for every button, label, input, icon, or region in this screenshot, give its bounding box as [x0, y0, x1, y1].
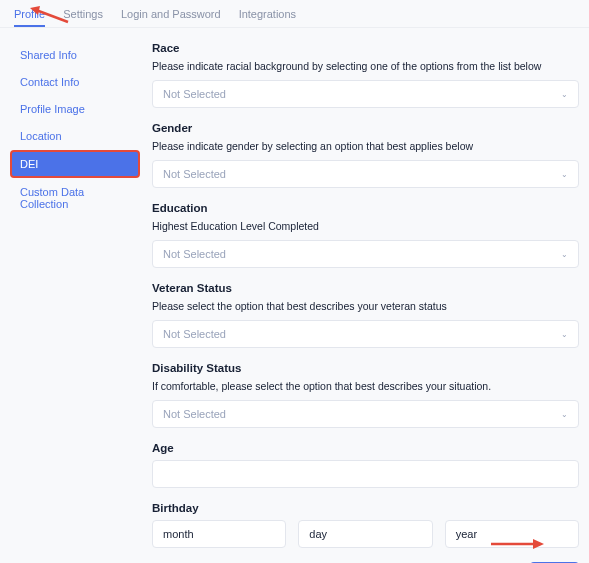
- sidebar-item-contact-info[interactable]: Contact Info: [10, 69, 140, 95]
- sidebar-item-dei[interactable]: DEI: [10, 150, 140, 178]
- education-select[interactable]: Not Selected ⌄: [152, 240, 579, 268]
- veteran-desc: Please select the option that best descr…: [152, 300, 579, 312]
- education-placeholder: Not Selected: [163, 248, 226, 260]
- disability-placeholder: Not Selected: [163, 408, 226, 420]
- gender-title: Gender: [152, 122, 579, 134]
- sidebar-item-profile-image[interactable]: Profile Image: [10, 96, 140, 122]
- veteran-title: Veteran Status: [152, 282, 579, 294]
- birthday-day-input[interactable]: day: [298, 520, 432, 548]
- tab-profile[interactable]: Profile: [14, 8, 45, 27]
- disability-title: Disability Status: [152, 362, 579, 374]
- education-desc: Highest Education Level Completed: [152, 220, 579, 232]
- tab-integrations[interactable]: Integrations: [239, 8, 296, 27]
- settings-sidebar: Shared InfoContact InfoProfile ImageLoca…: [10, 42, 146, 563]
- age-input[interactable]: [152, 460, 579, 488]
- gender-desc: Please indicate gender by selecting an o…: [152, 140, 579, 152]
- main-panel: Race Please indicate racial background b…: [146, 42, 579, 563]
- sidebar-item-custom-data-collection[interactable]: Custom Data Collection: [10, 179, 140, 217]
- sidebar-item-location[interactable]: Location: [10, 123, 140, 149]
- race-placeholder: Not Selected: [163, 88, 226, 100]
- birthday-year-input[interactable]: year: [445, 520, 579, 548]
- tab-login-and-password[interactable]: Login and Password: [121, 8, 221, 27]
- birthday-month-input[interactable]: month: [152, 520, 286, 548]
- age-title: Age: [152, 442, 579, 454]
- veteran-placeholder: Not Selected: [163, 328, 226, 340]
- disability-select[interactable]: Not Selected ⌄: [152, 400, 579, 428]
- chevron-down-icon: ⌄: [561, 170, 568, 179]
- education-title: Education: [152, 202, 579, 214]
- disability-desc: If comfortable, please select the option…: [152, 380, 579, 392]
- top-tabs: ProfileSettingsLogin and PasswordIntegra…: [0, 0, 589, 28]
- sidebar-item-shared-info[interactable]: Shared Info: [10, 42, 140, 68]
- race-desc: Please indicate racial background by sel…: [152, 60, 579, 72]
- gender-placeholder: Not Selected: [163, 168, 226, 180]
- chevron-down-icon: ⌄: [561, 250, 568, 259]
- chevron-down-icon: ⌄: [561, 410, 568, 419]
- birthday-title: Birthday: [152, 502, 579, 514]
- race-title: Race: [152, 42, 579, 54]
- gender-select[interactable]: Not Selected ⌄: [152, 160, 579, 188]
- chevron-down-icon: ⌄: [561, 330, 568, 339]
- race-select[interactable]: Not Selected ⌄: [152, 80, 579, 108]
- chevron-down-icon: ⌄: [561, 90, 568, 99]
- veteran-select[interactable]: Not Selected ⌄: [152, 320, 579, 348]
- tab-settings[interactable]: Settings: [63, 8, 103, 27]
